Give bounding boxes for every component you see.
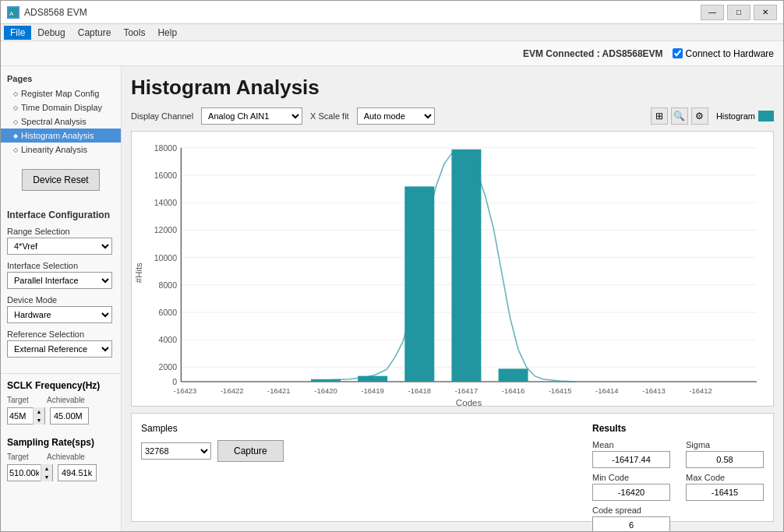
device-mode-label: Device Mode (7, 295, 115, 305)
min-code-item: Min Code -16420 (592, 473, 670, 501)
sampling-target-down[interactable]: ▼ (41, 473, 52, 481)
svg-text:2000: 2000 (159, 364, 178, 372)
sclk-achievable-value: 45.00M (50, 407, 89, 425)
mean-item: Mean -16417.44 (592, 440, 670, 468)
menu-capture[interactable]: Capture (72, 26, 118, 40)
svg-text:-16423: -16423 (174, 387, 197, 396)
sidebar-item-histogram[interactable]: ◆ Histogram Analysis (1, 129, 121, 143)
app-icon: A (7, 6, 19, 19)
menu-tools[interactable]: Tools (117, 26, 151, 40)
histogram-indicator: Histogram (716, 111, 774, 122)
svg-text:-16416: -16416 (502, 387, 525, 396)
zoom-fit-icon[interactable]: ⊞ (651, 107, 668, 125)
x-scale-fit-label: X Scale fit (310, 111, 349, 121)
code-spread-item: Code spread 6 (592, 506, 670, 531)
range-selection-select[interactable]: 4*Vref 2*Vref (7, 238, 112, 255)
chart-container: 18000 16000 14000 12000 10000 8000 6000 … (131, 131, 774, 407)
main-window: A ADS8568 EVM — □ ✕ File Debug Capture T… (0, 0, 784, 532)
results-section: Results Mean -16417.44 Sigma 0.58 Min Co… (592, 423, 764, 512)
title-bar-text: ADS8568 EVM (24, 7, 701, 18)
close-button[interactable]: ✕ (754, 5, 777, 20)
menu-debug[interactable]: Debug (31, 26, 71, 40)
device-reset-button[interactable]: Device Reset (22, 169, 100, 191)
sigma-value: 0.58 (686, 451, 764, 468)
range-selection-label: Range Selection (7, 227, 115, 236)
zoom-icon[interactable]: 🔍 (671, 107, 688, 125)
samples-select[interactable]: 32768 16384 8192 (141, 442, 211, 460)
capture-section: Samples 32768 16384 8192 Capture (141, 423, 284, 512)
device-mode-group: Device Mode Hardware Software (7, 295, 115, 323)
max-code-item: Max Code -16415 (686, 473, 764, 501)
samples-label: Samples (141, 423, 178, 434)
histogram-chart: 18000 16000 14000 12000 10000 8000 6000 … (132, 132, 773, 406)
code-spread-value: 6 (592, 516, 670, 531)
min-code-value: -16420 (592, 484, 670, 501)
sidebar-item-spectral[interactable]: ◇ Spectral Analysis (1, 115, 121, 129)
mean-label: Mean (592, 440, 670, 449)
sampling-target-up[interactable]: ▲ (41, 464, 52, 473)
sampling-achievable-value: 494.51k (58, 464, 97, 481)
mean-value: -16417.44 (592, 451, 670, 468)
interface-selection-label: Interface Selection (7, 261, 115, 270)
code-spread-label: Code spread (592, 506, 670, 515)
range-selection-group: Range Selection 4*Vref 2*Vref (7, 227, 115, 255)
diamond-icon-spectral: ◇ (13, 118, 18, 125)
menu-help[interactable]: Help (151, 26, 183, 40)
min-code-label: Min Code (592, 473, 670, 482)
interface-config-title: Interface Configuration (7, 210, 115, 220)
interface-selection-select[interactable]: Parallel Interface Serial Interface (7, 272, 112, 289)
diamond-icon-histogram: ◆ (13, 132, 18, 139)
svg-text:10000: 10000 (154, 254, 177, 262)
reference-selection-select[interactable]: External Reference Internal Reference (7, 340, 112, 358)
results-title: Results (592, 423, 764, 434)
sampling-section: Sampling Rate(sps) Target Achievable ▲ ▼… (1, 431, 121, 488)
menu-file[interactable]: File (4, 26, 31, 40)
sampling-target-input[interactable] (8, 465, 41, 481)
connect-hardware-group: Connect to Hardware (673, 48, 774, 59)
page-title: Histogram Analysis (131, 76, 774, 100)
bottom-panel: Samples 32768 16384 8192 Capture Results (131, 413, 774, 522)
histogram-label: Histogram (716, 111, 755, 121)
display-channel-select[interactable]: Analog Ch AIN1 Analog Ch AIN2 (201, 107, 302, 125)
svg-text:-16414: -16414 (595, 387, 619, 396)
connect-hardware-checkbox[interactable] (673, 48, 683, 58)
display-channel-label: Display Channel (131, 111, 193, 121)
pages-label: Pages (1, 71, 121, 86)
maximize-button[interactable]: □ (727, 5, 750, 20)
sidebar-item-linearity[interactable]: ◇ Linearity Analysis (1, 143, 121, 157)
svg-text:-16421: -16421 (267, 387, 291, 396)
svg-text:Codes: Codes (456, 398, 482, 406)
sclk-target-input[interactable] (8, 408, 33, 424)
x-scale-select[interactable]: Auto mode Manual (357, 107, 435, 125)
svg-rect-40 (358, 376, 387, 382)
svg-text:14000: 14000 (154, 199, 177, 207)
title-bar-controls: — □ ✕ (701, 5, 777, 20)
sampling-achievable-label: Achievable (47, 453, 85, 461)
svg-text:6000: 6000 (159, 308, 178, 317)
results-grid: Mean -16417.44 Sigma 0.58 Min Code -1642… (592, 440, 764, 531)
sclk-target-down[interactable]: ▼ (34, 416, 44, 425)
diamond-icon-linearity: ◇ (13, 146, 18, 153)
device-mode-select[interactable]: Hardware Software (7, 306, 112, 323)
svg-text:-16420: -16420 (314, 387, 337, 396)
reference-selection-group: Reference Selection External Reference I… (7, 329, 115, 358)
sidebar-item-spectral-label: Spectral Analysis (21, 117, 87, 126)
sidebar-item-histogram-label: Histogram Analysis (21, 131, 94, 140)
evm-status: EVM Connected : ADS8568EVM (523, 48, 663, 59)
svg-rect-43 (499, 368, 528, 382)
settings-icon[interactable]: ⚙ (691, 107, 708, 125)
toolbar-icons: ⊞ 🔍 ⚙ (651, 107, 708, 125)
interface-config-section: Interface Configuration Range Selection … (1, 203, 121, 370)
sclk-target-label: Target (7, 396, 42, 404)
max-code-label: Max Code (686, 473, 764, 482)
svg-text:-16418: -16418 (408, 387, 432, 396)
capture-button[interactable]: Capture (217, 440, 284, 462)
controls-bar: Display Channel Analog Ch AIN1 Analog Ch… (131, 107, 774, 125)
sampling-target-label: Target (7, 453, 42, 461)
svg-rect-42 (451, 150, 481, 382)
svg-rect-41 (404, 186, 434, 382)
minimize-button[interactable]: — (701, 5, 724, 20)
sidebar-item-time-domain[interactable]: ◇ Time Domain Display (1, 100, 121, 115)
sidebar-item-register-map[interactable]: ◇ Register Map Config (1, 86, 121, 100)
sclk-target-up[interactable]: ▲ (34, 407, 44, 416)
